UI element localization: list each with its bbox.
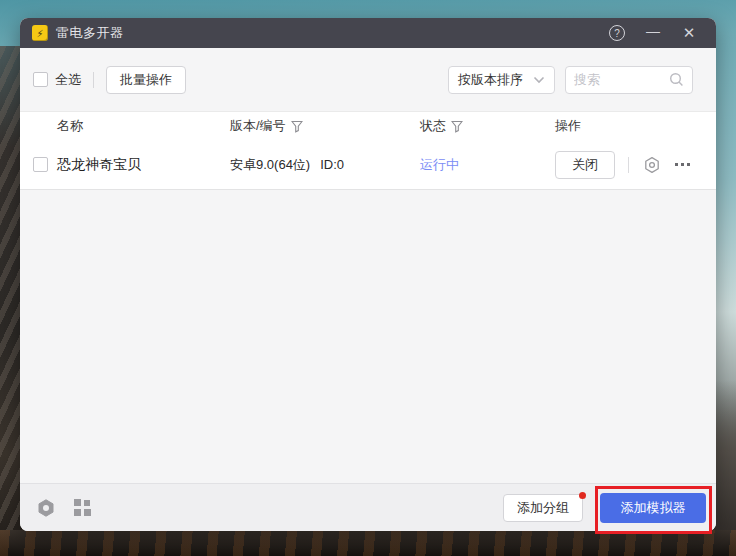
- search-icon[interactable]: [669, 72, 684, 87]
- row-checkbox[interactable]: [33, 157, 48, 172]
- notification-dot: [579, 492, 586, 499]
- select-all-checkbox[interactable]: [33, 72, 48, 87]
- app-window: ⚡ 雷电多开器 ? — ✕ 全选 批量操作 按版本排序: [20, 18, 716, 531]
- help-icon: ?: [609, 25, 625, 41]
- header-status: 状态: [420, 117, 555, 135]
- actions-divider: [628, 157, 629, 173]
- empty-list-area: [20, 190, 716, 483]
- emulator-name: 恐龙神奇宝贝: [57, 156, 230, 174]
- header-actions: 操作: [555, 117, 716, 135]
- more-icon: [675, 163, 678, 166]
- close-icon: ✕: [683, 24, 696, 42]
- emulator-row[interactable]: 恐龙神奇宝贝 安卓9.0(64位)ID:0 运行中 关闭: [20, 140, 716, 190]
- filter-funnel-icon[interactable]: [291, 120, 303, 133]
- footer-icons: [36, 498, 91, 518]
- batch-operations-button[interactable]: 批量操作: [106, 66, 186, 94]
- close-button[interactable]: ✕: [676, 20, 702, 46]
- toolbar-right-group: 按版本排序: [448, 66, 693, 94]
- help-button[interactable]: ?: [604, 20, 630, 46]
- add-emulator-button[interactable]: 添加模拟器: [600, 493, 706, 523]
- search-input[interactable]: [574, 72, 669, 87]
- toolbar: 全选 批量操作 按版本排序: [20, 48, 716, 111]
- minimize-icon: —: [646, 23, 660, 39]
- sort-dropdown-value: 按版本排序: [458, 71, 533, 89]
- emulator-version: 安卓9.0(64位)ID:0: [230, 156, 420, 174]
- footer-bar: 添加分组 添加模拟器: [20, 483, 716, 531]
- more-options-button[interactable]: [675, 163, 690, 166]
- titlebar: ⚡ 雷电多开器 ? — ✕: [20, 18, 716, 48]
- status-badge: 运行中: [420, 156, 555, 174]
- header-name: 名称: [57, 117, 230, 135]
- emulator-id: ID:0: [320, 157, 344, 172]
- chevron-down-icon: [533, 76, 545, 84]
- desktop-background-bottom-rocks: [0, 530, 736, 556]
- select-all-label: 全选: [55, 71, 81, 89]
- filter-funnel-icon[interactable]: [451, 120, 463, 133]
- toolbar-divider: [93, 72, 94, 88]
- minimize-button[interactable]: —: [640, 20, 666, 46]
- search-box: [565, 66, 693, 94]
- table-header: 名称 版本/编号 状态 操作: [20, 111, 716, 140]
- multi-window-layout-icon[interactable]: [74, 499, 91, 516]
- global-settings-icon[interactable]: [36, 498, 56, 518]
- emulator-settings-button[interactable]: [643, 156, 661, 174]
- add-group-button[interactable]: 添加分组: [503, 494, 583, 522]
- sort-dropdown[interactable]: 按版本排序: [448, 66, 555, 94]
- window-title: 雷电多开器: [56, 24, 124, 42]
- row-actions: 关闭: [555, 151, 716, 179]
- header-version: 版本/编号: [230, 117, 420, 135]
- app-logo-icon: ⚡: [32, 25, 48, 41]
- close-emulator-button[interactable]: 关闭: [555, 151, 615, 179]
- settings-hexagon-icon: [643, 156, 661, 174]
